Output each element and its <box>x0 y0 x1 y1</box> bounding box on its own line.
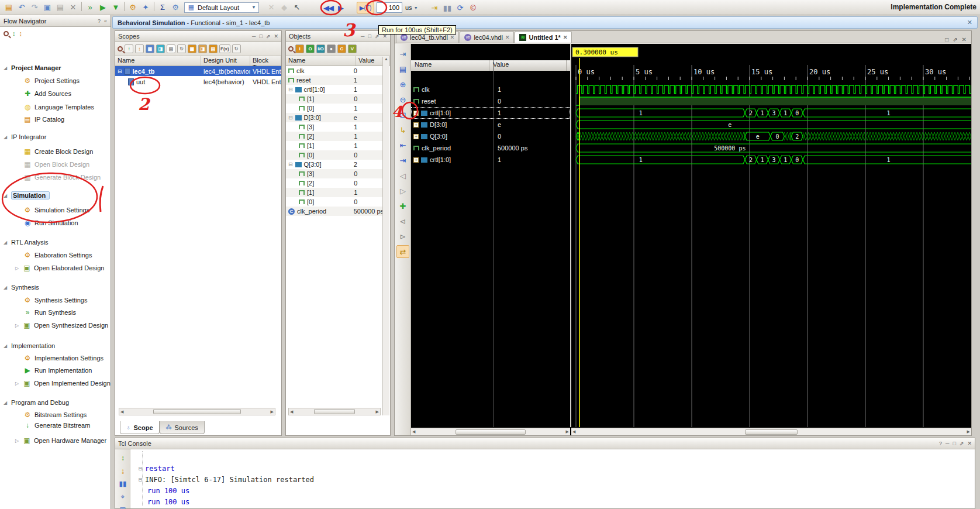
sidebar-section-project-manager[interactable]: ◢Project Manager <box>4 62 61 74</box>
object-row-reset[interactable]: reset1 <box>286 75 383 85</box>
scope-row-uut[interactable]: uutlec4(behavior)VHDL Entity <box>115 77 281 87</box>
dock-icon[interactable]: ⇥ <box>396 47 409 60</box>
object-row-1[interactable]: [1]1 <box>286 141 383 150</box>
run-elaboration-icon[interactable]: » <box>84 2 96 13</box>
help-icon[interactable]: ? <box>939 441 942 446</box>
go-to-start-icon[interactable]: ⇤ <box>396 139 409 152</box>
close-tab-icon[interactable]: ✕ <box>505 35 510 40</box>
column-header-design-unit[interactable]: Design Unit <box>201 56 250 66</box>
scroll-right-icon[interactable]: ▶ <box>271 410 274 414</box>
select-cursor-icon[interactable]: ↖ <box>291 2 303 13</box>
sidebar-section-program-and-debug[interactable]: ◢Program and Debug <box>4 397 69 408</box>
collapse-all-icon[interactable]: ↨ <box>19 30 23 37</box>
wave-column-header-name[interactable]: Name <box>411 60 489 71</box>
undo-icon[interactable]: ↶ <box>15 2 28 13</box>
go-to-end-icon[interactable]: ⇥ <box>396 154 409 167</box>
wave-signal-row-clk_period[interactable]: clk_period500000 ps <box>411 142 570 154</box>
object-row-3[interactable]: [3]1 <box>286 122 383 132</box>
redo-icon[interactable]: ↷ <box>28 2 41 13</box>
float-icon[interactable]: ⇗ <box>953 36 957 43</box>
object-row-Q30[interactable]: ⊟Q[3:0]2 <box>286 160 383 169</box>
run-time-input[interactable] <box>377 2 402 13</box>
objects-vscrollbar[interactable]: ▲ <box>382 57 389 415</box>
close-icon[interactable]: ✕ <box>967 441 972 446</box>
expand-all-icon[interactable]: ↕ <box>12 30 16 37</box>
object-row-2[interactable]: [2]1 <box>286 132 383 141</box>
collapse-panel-icon[interactable]: « <box>104 18 107 24</box>
open-project-icon[interactable]: ▤ <box>2 2 15 13</box>
wave-column-header-value[interactable]: Value <box>489 60 567 71</box>
sidebar-item-run-simulation[interactable]: ◉Run Simulation <box>23 217 78 229</box>
expand-all-icon[interactable]: ↕ <box>118 453 128 463</box>
minimize-icon[interactable]: ─ <box>946 441 949 446</box>
sum-icon[interactable]: Σ <box>156 2 169 13</box>
object-row-clk[interactable]: clk0 <box>286 66 383 75</box>
object-row-crtl10[interactable]: ⊟crtl[1:0]1 <box>286 85 383 94</box>
wave-canvas-hscrollbar[interactable]: ◀ ▶ <box>571 428 971 435</box>
object-row-0[interactable]: [0]0 <box>286 150 383 160</box>
close-icon[interactable]: ✕ <box>962 36 967 43</box>
pause-output-icon[interactable]: ▮▮ <box>118 479 128 489</box>
minimize-icon[interactable]: ─ <box>252 33 256 39</box>
close-icon[interactable]: ✕ <box>274 33 278 39</box>
input-filter-icon[interactable]: I <box>295 44 304 53</box>
tree-expander-icon[interactable]: ⊟ <box>288 115 293 121</box>
constant-filter-icon[interactable]: C <box>337 44 346 53</box>
close-tab-icon[interactable]: ✕ <box>450 35 455 40</box>
sidebar-item-run-implementation[interactable]: ▶Run Implementation <box>23 364 92 376</box>
object-row-1[interactable]: [1]1 <box>286 188 383 197</box>
zoom-in-icon[interactable]: ⊕ <box>396 78 409 91</box>
add-marker-icon[interactable]: ✚ <box>396 200 409 212</box>
wave-signal-row-crtl10[interactable]: +crtl[1:0]1 <box>411 154 570 166</box>
tab-lec04-vhdl[interactable]: vhlec04.vhdl✕ <box>460 31 514 43</box>
collapse-marker-icon[interactable]: ⊟ <box>139 465 142 472</box>
object-row-clk_period[interactable]: Cclk_period500000 ps <box>286 207 383 216</box>
expand-bus-icon[interactable]: + <box>413 157 419 163</box>
sidebar-item-add-sources[interactable]: ✚Add Sources <box>23 88 71 99</box>
cube-filter2-icon[interactable]: ◨ <box>198 44 207 53</box>
settings-gear-icon[interactable]: ⚙ <box>126 2 139 13</box>
search-icon[interactable] <box>118 46 123 51</box>
sidebar-item-run-synthesis[interactable]: »Run Synthesis <box>23 307 76 318</box>
tree-expander-icon[interactable]: ⊟ <box>118 68 122 74</box>
scroll-left-icon[interactable]: ◀ <box>572 429 575 434</box>
sidebar-item-open-elaborated-design[interactable]: ▷▣Open Elaborated Design <box>15 262 104 274</box>
expand-bus-icon[interactable]: + <box>413 134 419 139</box>
variable-filter-icon[interactable]: V <box>348 44 357 53</box>
sidebar-item-simulation-settings[interactable]: ⚙Simulation Settings <box>23 204 89 216</box>
search-icon[interactable] <box>4 31 9 36</box>
help-icon[interactable]: © <box>467 2 479 13</box>
maximize-icon[interactable]: □ <box>368 33 371 39</box>
item-expander-icon[interactable]: ▷ <box>15 266 20 271</box>
output-filter-icon[interactable]: O <box>306 44 315 53</box>
sidebar-item-open-synthesized-design[interactable]: ▷▣Open Synthesized Design <box>15 319 108 331</box>
object-row-3[interactable]: [3]0 <box>286 169 383 178</box>
sidebar-item-generate-bitstream[interactable]: ↓Generate Bitstream <box>23 419 90 431</box>
sidebar-section-synthesis[interactable]: ◢Synthesis <box>4 281 39 293</box>
float-icon[interactable]: ⇗ <box>960 441 964 446</box>
collapse-all-icon[interactable]: ↨ <box>135 44 144 53</box>
doc-filter-icon[interactable]: ▤ <box>167 44 175 53</box>
tree-expander-icon[interactable]: ⊟ <box>288 87 293 92</box>
run-for-time-icon[interactable]: ▶(T) <box>357 2 374 13</box>
disabled-diamond-icon[interactable]: ◆ <box>278 2 291 13</box>
maximize-icon[interactable]: □ <box>945 36 948 43</box>
close-icon[interactable]: ✕ <box>967 19 972 26</box>
sidebar-item-implementation-settings[interactable]: ⚙Implementation Settings <box>23 352 103 364</box>
sidebar-item-open-hardware-manager[interactable]: ▷▣Open Hardware Manager <box>15 435 106 446</box>
tools-icon[interactable]: ✦ <box>139 2 152 13</box>
chip-filter-icon[interactable]: ▦ <box>146 44 154 53</box>
disabled-probe-icon[interactable]: ✕ <box>265 2 278 13</box>
sidebar-item-synthesis-settings[interactable]: ⚙Synthesis Settings <box>23 294 88 306</box>
scopes-hscrollbar[interactable]: ◀ ▶ <box>119 408 275 415</box>
prev-transition-icon[interactable]: ◁ <box>396 169 409 182</box>
tab-scope[interactable]: ♁Scope <box>120 421 160 434</box>
prev-marker-icon[interactable]: ⊲ <box>396 215 409 228</box>
fx-filter-icon[interactable]: F(x) <box>219 44 230 53</box>
close-tab-icon[interactable]: ✕ <box>563 35 568 40</box>
layout-combo[interactable]: ▦ Default Layout ▼ <box>184 2 259 13</box>
copy-output-icon[interactable]: ▣ <box>118 504 128 509</box>
find-icon[interactable]: ⌖ <box>118 491 128 502</box>
scroll-left-icon[interactable]: ◀ <box>412 429 415 434</box>
options-gear-icon[interactable]: ⚙ <box>169 2 182 13</box>
